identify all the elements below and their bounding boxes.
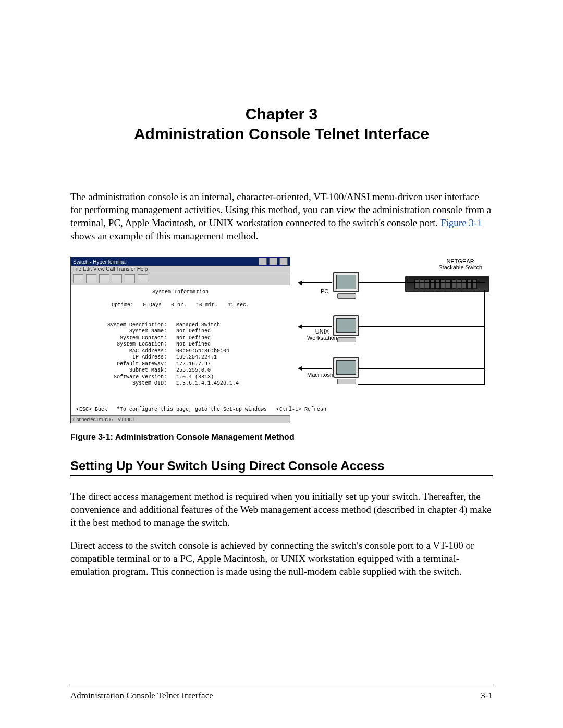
- hyperterminal-screen: System Information Uptime: 0 Days 0 hr. …: [71, 285, 290, 416]
- unix-label: UNIX Workstation: [307, 329, 337, 341]
- toolbar-icon: [99, 274, 109, 283]
- maximize-icon: [269, 258, 277, 265]
- footer-rule: [70, 686, 493, 686]
- cable-icon: [484, 290, 485, 384]
- chapter-title: Administration Console Telnet Interface: [70, 124, 493, 144]
- switch-label: NETGEAR Stackable Switch: [438, 258, 482, 270]
- hyperterminal-titlebar: Switch - HyperTerminal: [71, 257, 290, 266]
- chapter-number: Chapter 3: [70, 104, 493, 124]
- cable-icon: [358, 282, 485, 283]
- hyperterminal-title-text: Switch - HyperTerminal: [73, 259, 127, 265]
- footer-left: Administration Console Telnet Interface: [70, 690, 213, 701]
- toolbar-icon: [73, 274, 83, 283]
- cable-icon: [358, 326, 485, 327]
- hyperterminal-toolbar: [71, 273, 290, 285]
- minimize-icon: [259, 258, 267, 265]
- arrow-icon: [298, 281, 302, 285]
- chapter-heading: Chapter 3 Administration Console Telnet …: [70, 104, 493, 143]
- intro-text-before: The administration console is an interna…: [70, 191, 491, 228]
- switch-label-line2: Stackable Switch: [438, 264, 482, 270]
- pc-icon: [333, 272, 359, 292]
- cable-icon: [302, 326, 332, 327]
- page-footer: Administration Console Telnet Interface …: [70, 690, 493, 701]
- cable-icon: [358, 384, 485, 385]
- cable-icon: [358, 368, 485, 369]
- close-icon: [279, 258, 288, 265]
- toolbar-icon: [125, 274, 135, 283]
- arrow-icon: [298, 325, 302, 329]
- macintosh-icon: [333, 357, 359, 378]
- section-heading: Setting Up Your Switch Using Direct Cons…: [70, 459, 493, 476]
- cable-icon: [302, 368, 332, 369]
- switch-label-line1: NETGEAR: [438, 258, 482, 264]
- hyperterminal-statusbar: Connected 0:10:36 VT100J: [71, 416, 290, 423]
- netgear-switch-icon: [405, 276, 489, 292]
- help-line: <ESC> Back *To configure this page, goto…: [76, 406, 326, 412]
- uptime-line: Uptime: 0 Days 0 hr. 10 min. 41 sec.: [76, 302, 285, 309]
- hyperterminal-menubar: File Edit View Call Transfer Help: [71, 266, 290, 273]
- toolbar-icon: [138, 274, 148, 283]
- toolbar-icon: [112, 274, 122, 283]
- macintosh-label: Macintosh: [307, 372, 333, 378]
- figure-caption: Figure 3-1: Administration Console Manag…: [70, 433, 493, 442]
- sysinfo-rows: System Description: Managed Switch Syste…: [76, 322, 239, 387]
- intro-text-after: shows an example of this management meth…: [70, 230, 258, 241]
- screen-title: System Information: [76, 289, 285, 296]
- figure-3-1: Switch - HyperTerminal File Edit View Ca…: [70, 257, 493, 442]
- toolbar-icon: [86, 274, 96, 283]
- body-paragraph-1: The direct access management method is r…: [70, 490, 493, 529]
- intro-paragraph: The administration console is an interna…: [70, 190, 493, 242]
- topology-diagram: NETGEAR Stackable Switch PC: [296, 257, 493, 403]
- body-paragraph-2: Direct access to the switch console is a…: [70, 539, 493, 578]
- hyperterminal-window: Switch - HyperTerminal File Edit View Ca…: [70, 257, 290, 423]
- cable-icon: [302, 282, 332, 283]
- figure-3-1-link[interactable]: Figure 3-1: [440, 217, 482, 228]
- pc-label: PC: [321, 288, 328, 294]
- arrow-icon: [298, 366, 302, 371]
- unix-label-line2: Workstation: [307, 335, 337, 341]
- status-vt100: VT100J: [118, 417, 134, 422]
- footer-right: 3-1: [481, 690, 493, 701]
- status-connected: Connected 0:10:36: [73, 417, 113, 422]
